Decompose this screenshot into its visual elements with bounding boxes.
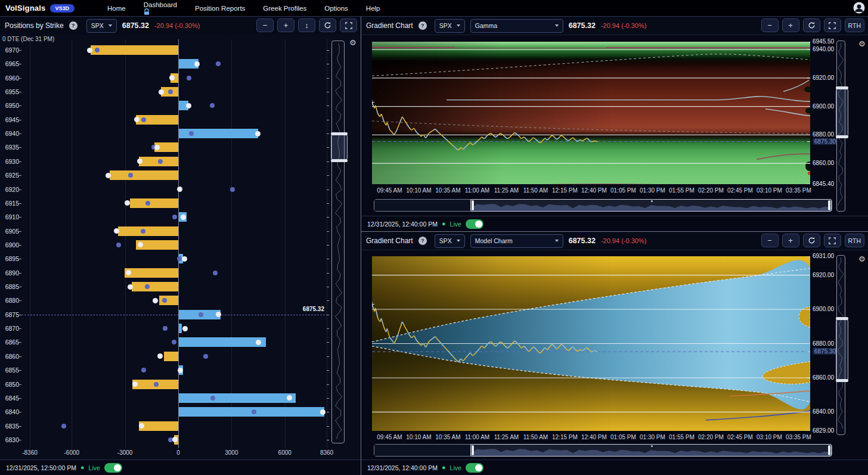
spot-price-label: 6875.32 bbox=[274, 306, 324, 312]
reference-dot bbox=[159, 89, 164, 95]
help-icon[interactable]: ? bbox=[418, 21, 427, 30]
gear-icon[interactable]: ⚙ bbox=[349, 38, 356, 47]
gamma-vertical-navigator[interactable] bbox=[836, 41, 845, 212]
slider-handle[interactable] bbox=[470, 444, 832, 457]
expand-vertical-button[interactable]: ↕ bbox=[298, 18, 315, 32]
navigator-cap[interactable] bbox=[331, 132, 348, 135]
model-dot bbox=[210, 396, 215, 401]
strike-label: 6840 bbox=[4, 408, 19, 415]
zoom-out-button[interactable]: − bbox=[256, 18, 274, 32]
x-axis-label: 02:20 PM bbox=[698, 434, 724, 440]
charm-vertical-navigator[interactable] bbox=[836, 255, 845, 435]
app-root: VolSignals VS3D HomeDashboardPosition Re… bbox=[0, 0, 868, 475]
navigator-cap[interactable] bbox=[836, 135, 848, 138]
zoom-in-button[interactable]: + bbox=[277, 18, 294, 32]
nav-item-home[interactable]: Home bbox=[107, 5, 126, 12]
model-dot bbox=[230, 187, 235, 192]
rth-button[interactable]: RTH bbox=[845, 18, 864, 32]
x-axis-label: -3000 bbox=[117, 449, 133, 456]
nav-item-position-reports[interactable]: Position Reports bbox=[195, 5, 245, 12]
navigator-cap[interactable] bbox=[836, 86, 848, 89]
live-toggle[interactable] bbox=[466, 219, 483, 229]
nav-item-options[interactable]: Options bbox=[324, 5, 348, 12]
axis-tick bbox=[19, 105, 21, 106]
strike-navigator[interactable] bbox=[331, 41, 345, 443]
fullscreen-button[interactable] bbox=[340, 18, 357, 32]
brand-logo: VolSignals bbox=[5, 4, 46, 13]
refresh-button[interactable] bbox=[803, 234, 820, 247]
symbol-select[interactable]: SPX bbox=[435, 19, 465, 33]
symbol-select[interactable]: SPX bbox=[435, 234, 465, 248]
fullscreen-button[interactable] bbox=[824, 234, 841, 247]
slider-grip-right[interactable] bbox=[828, 200, 830, 210]
charm-time-slider[interactable] bbox=[374, 444, 832, 457]
user-avatar-icon[interactable] bbox=[853, 2, 865, 14]
nav-item-greek-profiles[interactable]: Greek Profiles bbox=[263, 5, 306, 12]
reference-dot bbox=[125, 200, 130, 206]
zoom-in-button[interactable]: + bbox=[782, 234, 799, 247]
strike-label: 6885 bbox=[4, 283, 19, 290]
position-bar bbox=[139, 421, 178, 431]
metric-select[interactable]: Model Charm bbox=[470, 234, 563, 248]
zero-gamma-contour bbox=[447, 97, 810, 101]
nav-item-dashboard[interactable]: Dashboard bbox=[144, 1, 177, 15]
axis-tick bbox=[19, 426, 21, 427]
fullscreen-button[interactable] bbox=[824, 18, 841, 32]
slider-grip-left[interactable] bbox=[472, 200, 474, 210]
rth-button[interactable]: RTH bbox=[845, 234, 864, 247]
spot-axis-label: 6875.30 bbox=[813, 348, 838, 355]
navigator-cap[interactable] bbox=[836, 317, 848, 320]
x-axis-label: 12:40 PM bbox=[581, 187, 607, 194]
zoom-out-button[interactable]: − bbox=[761, 234, 779, 247]
charm-blue-wedge bbox=[372, 260, 810, 409]
reference-dot bbox=[153, 298, 158, 303]
gear-icon[interactable]: ⚙ bbox=[858, 39, 866, 48]
model-dot bbox=[163, 326, 168, 331]
metric-select-value: Model Charm bbox=[475, 237, 513, 244]
metric-select[interactable]: Gamma bbox=[470, 19, 563, 33]
navigator-handle[interactable] bbox=[331, 135, 348, 160]
nav-item-help[interactable]: Help bbox=[366, 5, 380, 12]
navigator-cap[interactable] bbox=[331, 159, 348, 162]
strike-label: 6905 bbox=[4, 228, 19, 235]
refresh-button[interactable] bbox=[803, 18, 820, 32]
slider-handle[interactable] bbox=[470, 199, 832, 212]
grid-line bbox=[327, 39, 327, 448]
x-axis-label: 8360 bbox=[320, 449, 333, 456]
x-axis-label: 11:50 AM bbox=[523, 434, 548, 440]
live-toggle[interactable] bbox=[104, 463, 122, 473]
x-axis-label: 12:15 PM bbox=[552, 434, 578, 440]
position-bar bbox=[125, 268, 178, 278]
axis-tick bbox=[327, 64, 329, 64]
positions-panel-header: Positions by Strike ? SPX 6875.32 -20.94… bbox=[0, 17, 361, 35]
navigator-cap[interactable] bbox=[836, 379, 848, 382]
reference-dot bbox=[139, 423, 144, 429]
navigator-handle[interactable] bbox=[836, 89, 848, 136]
slider-grip-right[interactable] bbox=[828, 445, 830, 455]
live-toggle[interactable] bbox=[466, 463, 483, 473]
axis-tick bbox=[327, 105, 329, 106]
grid-line bbox=[231, 39, 232, 448]
refresh-button[interactable] bbox=[319, 18, 336, 32]
symbol-select[interactable]: SPX bbox=[86, 19, 117, 33]
live-dot: ● bbox=[442, 464, 446, 471]
reference-dot bbox=[154, 145, 160, 150]
position-bar bbox=[179, 393, 296, 403]
symbol-select-value: SPX bbox=[91, 22, 104, 29]
help-icon[interactable]: ? bbox=[418, 237, 427, 245]
position-bar bbox=[91, 45, 178, 55]
slider-grip-left[interactable] bbox=[472, 445, 474, 455]
zoom-in-button[interactable]: + bbox=[782, 18, 799, 32]
reference-dot bbox=[255, 131, 261, 136]
zoom-out-button[interactable]: − bbox=[761, 18, 779, 32]
navigator-handle[interactable] bbox=[836, 319, 848, 380]
help-icon[interactable]: ? bbox=[69, 21, 78, 30]
axis-tick bbox=[327, 370, 329, 371]
x-axis-label: 10:35 AM bbox=[435, 187, 460, 194]
reference-dot bbox=[256, 340, 261, 345]
strike-label: 6965 bbox=[4, 60, 19, 67]
y-axis-label: 6860.00 bbox=[813, 160, 834, 166]
x-axis-label: 01:05 PM bbox=[610, 434, 636, 440]
gear-icon[interactable]: ⚙ bbox=[858, 254, 866, 263]
gamma-time-slider[interactable] bbox=[374, 199, 832, 212]
